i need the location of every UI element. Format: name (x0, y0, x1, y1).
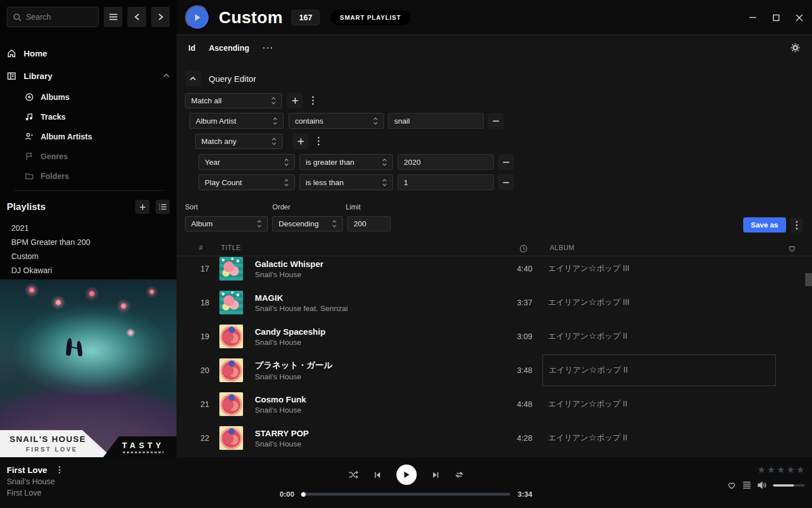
remove-rule-button[interactable] (498, 154, 514, 170)
match-type-select[interactable]: Match any (195, 134, 283, 149)
remove-rule-button[interactable] (498, 174, 514, 190)
rating-star-icon[interactable]: ★ (787, 464, 795, 476)
favorite-button[interactable] (727, 481, 736, 489)
track-album[interactable]: エイリアン☆ポップ II (548, 433, 812, 443)
chevron-right-icon (157, 13, 164, 21)
favorite-column-heart-icon[interactable] (788, 244, 796, 252)
save-as-button[interactable]: Save as (743, 217, 786, 233)
track-album[interactable]: エイリアン☆ポップ II (548, 399, 812, 409)
rule-field-select[interactable]: Year (198, 154, 295, 170)
select-chevrons-icon (284, 179, 289, 186)
menu-button[interactable] (104, 7, 122, 27)
rule-value-input[interactable] (404, 178, 488, 187)
rule-operator-select[interactable]: is greater than (299, 154, 393, 170)
remove-rule-button[interactable] (488, 113, 504, 129)
now-playing-menu-button[interactable] (55, 466, 64, 474)
add-rule-button[interactable] (293, 133, 308, 149)
playlist-item[interactable]: BPM Greater than 200 (0, 235, 176, 249)
column-index[interactable]: # (199, 244, 203, 252)
column-title[interactable]: TITLE (221, 244, 241, 252)
search-input[interactable] (26, 12, 92, 21)
save-menu-button[interactable] (791, 217, 803, 233)
track-row[interactable]: 21 Cosmo Funk Snail’s House 4:48 エイリアン☆ポ… (176, 387, 812, 421)
match-type-select[interactable]: Match all (185, 93, 282, 108)
duration-column-clock-icon[interactable] (519, 244, 528, 253)
now-playing-title[interactable]: First Love (7, 465, 47, 475)
sidebar-item-label: Album Artists (41, 132, 92, 141)
track-artist: Snail’s House (255, 270, 452, 279)
collapse-query-editor-button[interactable] (185, 71, 201, 86)
progress-row: 0:00 3:34 (259, 490, 553, 498)
now-playing-artist[interactable]: Snail’s House (7, 477, 64, 486)
collapse-icon[interactable] (163, 73, 170, 78)
rule-value-input[interactable] (404, 158, 488, 167)
nav-forward-button[interactable] (151, 7, 170, 27)
track-album[interactable]: エイリアン☆ポップ II (548, 331, 812, 341)
playlist-item[interactable]: Custom (0, 249, 176, 263)
close-button[interactable] (796, 14, 803, 21)
playlist-list-button[interactable] (156, 200, 170, 214)
settings-button[interactable] (791, 43, 800, 52)
queue-button[interactable] (743, 481, 751, 489)
track-row[interactable]: 18 MAGIK Snail’s House feat. Sennzai 3:3… (176, 286, 812, 319)
rule-field-select[interactable]: Play Count (198, 174, 295, 190)
rule-operator-select[interactable]: is less than (299, 174, 393, 190)
track-row[interactable]: 19 Candy Spaceship Snail’s House 3:09 エイ… (176, 319, 812, 353)
rating-star-icon[interactable]: ★ (767, 464, 775, 476)
volume-button[interactable] (757, 481, 767, 489)
sidebar-item-album-artists[interactable]: Album Artists (25, 126, 170, 146)
column-album[interactable]: ALBUM (550, 244, 575, 252)
repeat-button[interactable] (454, 470, 464, 479)
rule-field-select[interactable]: Album Artist (189, 113, 284, 129)
sidebar-item-library[interactable]: Library (7, 64, 170, 87)
group-menu-button[interactable] (308, 96, 317, 105)
limit-input[interactable] (354, 220, 385, 228)
volume-slider[interactable] (773, 484, 805, 487)
now-playing-album[interactable]: First Love (7, 488, 64, 497)
track-album[interactable]: エイリアン☆ポップ III (548, 297, 812, 308)
query-group-1-header: Match all (185, 93, 812, 108)
shuffle-button[interactable] (348, 470, 359, 479)
rating-star-icon[interactable]: ★ (776, 464, 785, 476)
seek-slider[interactable] (302, 493, 510, 496)
add-playlist-button[interactable] (135, 200, 149, 214)
play-pause-button[interactable] (396, 465, 417, 485)
play-playlist-button[interactable] (185, 5, 210, 30)
scrollbar-thumb[interactable] (805, 273, 812, 286)
track-album[interactable]: エイリアン☆ポップ III (548, 264, 812, 274)
playlist-item[interactable]: DJ Okawari (0, 263, 176, 277)
track-info: Cosmo Funk Snail’s House (255, 395, 452, 414)
track-row[interactable]: 20 プラネット・ガール Snail’s House 3:48 エイリアン☆ポッ… (176, 353, 812, 387)
maximize-button[interactable] (773, 14, 780, 21)
play-icon (402, 470, 411, 479)
more-options-button[interactable]: ··· (263, 43, 274, 52)
artwork-brand-logo: TASTY (103, 436, 176, 457)
sidebar-item-tracks[interactable]: Tracks (25, 107, 170, 126)
focused-album-cell[interactable]: エイリアン☆ポップ II (542, 354, 776, 386)
group-menu-button[interactable] (314, 137, 323, 146)
nav-back-button[interactable] (127, 7, 146, 27)
order-select[interactable]: Descending (272, 216, 343, 231)
queue-icon (743, 481, 751, 489)
seek-knob[interactable] (301, 492, 306, 497)
sidebar-item-genres[interactable]: Genres (25, 146, 170, 166)
rating-star-icon[interactable]: ★ (796, 464, 805, 476)
add-rule-button[interactable] (287, 93, 303, 108)
sort-direction-button[interactable]: Ascending (209, 43, 249, 52)
sidebar-item-folders[interactable]: Folders (25, 166, 170, 186)
artwork-banner: SNAIL'S HOUSE FIRST LOVE (0, 430, 123, 457)
sort-select[interactable]: Album (185, 216, 268, 231)
rule-operator-select[interactable]: contains (289, 113, 384, 129)
minimize-button[interactable] (749, 14, 757, 21)
sort-field-button[interactable]: Id (188, 43, 195, 52)
search-box[interactable] (7, 7, 99, 27)
track-row[interactable]: 22 STARRY POP Snail’s House 4:28 エイリアン☆ポ… (176, 421, 812, 455)
playlist-item[interactable]: 2021 (0, 221, 176, 235)
sidebar-item-home[interactable]: Home (7, 42, 170, 64)
next-button[interactable] (431, 471, 440, 479)
track-row[interactable]: 17 Galactic Whisper Snail’s House 4:40 エ… (176, 256, 812, 286)
previous-button[interactable] (373, 471, 382, 479)
rule-value-input[interactable] (394, 117, 478, 125)
sidebar-item-albums[interactable]: Albums (25, 87, 170, 107)
rating-star-icon[interactable]: ★ (757, 464, 766, 476)
